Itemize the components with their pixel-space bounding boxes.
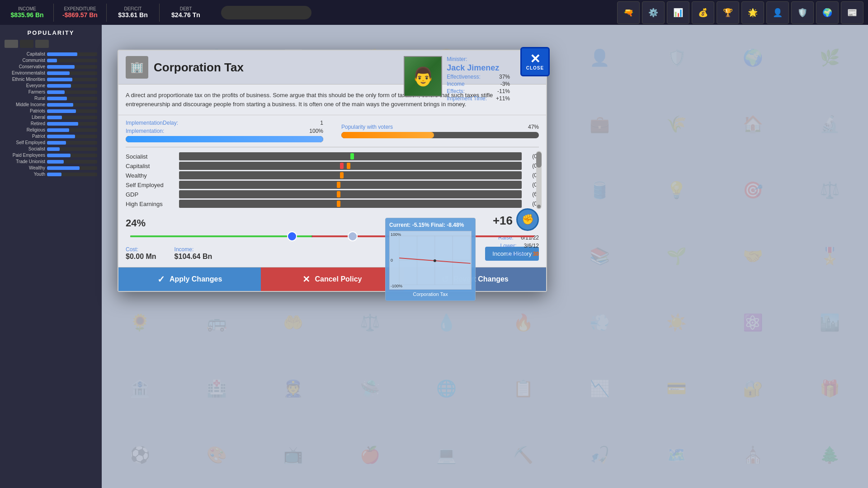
popularity-bar-row: Ethnic Minorities [5, 77, 97, 82]
pop-label: Paid Employees [5, 153, 45, 158]
effectiveness-label: Effectiveness: [447, 74, 480, 80]
popularity-bar-row: Retired [5, 121, 97, 126]
bg-icon-growth: 📉 [561, 356, 638, 422]
game-timer[interactable] [221, 6, 311, 19]
minister-section: 👨 Minister: Jack Jimenez Effectiveness: … [404, 56, 510, 102]
policy-icon-btn[interactable]: 🔫 [617, 1, 640, 24]
chart-popup-name: Corporation Tax [389, 291, 472, 297]
expenditure-label: EXPENDITURE [64, 6, 96, 11]
news-icon-btn[interactable]: 📰 [841, 1, 863, 24]
apply-changes-button[interactable]: ✓ Apply Changes [118, 267, 261, 291]
bg-icon-oil: 🛢️ [561, 157, 638, 223]
ministers-icon-btn[interactable]: 🌟 [741, 1, 764, 24]
effects-label: Effects: [447, 88, 465, 94]
close-button[interactable]: ✕ CLOSE [520, 47, 550, 76]
debt-stat: DEBT $24.76 Tn [163, 6, 208, 19]
finance-icon-btn[interactable]: 💰 [692, 1, 714, 24]
bg-icon-vote2: 📋 [485, 356, 562, 422]
voter-bar-gdp [179, 190, 522, 198]
bg-icon-fire: 🔥 [485, 290, 562, 356]
bg-icon-debt: 💳 [638, 356, 715, 422]
cost-value: $0.00 Mn [126, 253, 156, 261]
security-icon-btn[interactable]: 🛡️ [791, 1, 814, 24]
cancel-x-icon: ✕ [302, 274, 310, 285]
pop-bar-bg [47, 52, 97, 56]
chart-label-neg100: -100% [391, 284, 402, 288]
pop-label: Capitalist [5, 52, 45, 56]
pop-label: Patriots [5, 108, 45, 113]
slider-thumb-secondary[interactable] [348, 231, 358, 241]
pop-bar-fill [47, 103, 73, 107]
effects-row: Effects: -11% [447, 88, 510, 94]
stats-icon-btn[interactable]: 📊 [667, 1, 689, 24]
popularity-row: Popularity with voters 47% [341, 124, 539, 130]
impl-delay-label: ImplementationDelay: [126, 120, 178, 126]
voter-row-wealthy: Wealthy (0) [126, 171, 539, 179]
popularity-bar-row: Self Employed [5, 140, 97, 145]
popularity-bar-row: Conservative [5, 64, 97, 69]
effectiveness-row: Effectiveness: 37% [447, 74, 510, 80]
voter-row-gdp: GDP (6) [126, 190, 539, 198]
bg-icon-solar: ☀️ [638, 290, 715, 356]
popularity-bar [341, 132, 539, 138]
popularity-label: Popularity with voters [341, 124, 393, 130]
pop-label: Self Employed [5, 140, 45, 145]
apply-checkmark-icon: ✓ [157, 274, 165, 285]
bg-icon-brief: 💼 [561, 91, 638, 157]
pop-bar-bg [47, 147, 97, 151]
pop-label: Wealthy [5, 165, 45, 170]
popularity-bar-row: Religious [5, 127, 97, 132]
popularity-bar-row: Environmentalist [5, 70, 97, 75]
effectiveness-value: 37% [499, 74, 510, 80]
voter-indicator-capitalist-red [340, 163, 344, 169]
sidebar-toggle-2[interactable] [20, 40, 33, 48]
pop-bar-fill [47, 71, 70, 75]
cancel-label: Cancel Policy [315, 275, 362, 283]
bg-icon-internet: 🌐 [408, 356, 485, 422]
deficit-stat: DEFICIT $33.61 Bn [110, 6, 156, 19]
impl-label: Implementation: [126, 128, 164, 134]
income-effect-value: -3% [500, 81, 510, 87]
sidebar-toggle-1[interactable] [5, 40, 18, 48]
pop-bar-bg [47, 173, 97, 176]
voter-row-socialist: Socialist (0) [126, 152, 539, 160]
bg-icon-target: 🎯 [715, 157, 792, 223]
cancel-policy-button[interactable]: ✕ Cancel Policy [261, 267, 403, 291]
pop-bar-fill [47, 122, 78, 126]
popularity-bar-row: Capitalist [5, 52, 97, 56]
pop-bar-fill [47, 141, 66, 145]
bg-icon-nuclear: ⚛️ [715, 290, 792, 356]
pop-bar-bg [47, 59, 97, 62]
population-icon-btn[interactable]: ⚙️ [642, 1, 665, 24]
implement-time-row: Implement Time: +11% [447, 95, 510, 102]
achievements-icon-btn[interactable]: 🏆 [717, 1, 739, 24]
chart-dot [434, 259, 436, 262]
chart-label-100: 100% [391, 232, 401, 237]
voter-indicator-gdp [337, 191, 340, 197]
voter-row-self-employed: Self Employed (0) [126, 181, 539, 189]
bg-icon-space: 🛸 [332, 356, 409, 422]
voter-bar-wealthy [179, 171, 522, 179]
voter-effects-section: Socialist (0) Capitalist (0) Wealthy (0) [118, 147, 546, 213]
pop-bar-fill [47, 154, 71, 157]
pop-label: Liberal [5, 115, 45, 120]
map-icon-btn[interactable]: 🌍 [816, 1, 839, 24]
voters-icon-btn[interactable]: 👤 [766, 1, 789, 24]
pop-label: Environmentalist [5, 70, 45, 75]
voter-scrollbar-thumb[interactable] [536, 152, 542, 168]
pop-bar-bg [47, 90, 97, 94]
popularity-bar-row: Middle Income [5, 102, 97, 107]
sidebar-toggle-3[interactable] [35, 40, 49, 48]
bg-icon-house: 🏠 [715, 91, 792, 157]
bg-icon-wind: 💨 [561, 290, 638, 356]
voter-scrollbar[interactable] [536, 151, 542, 209]
bg-icon-media: 📺 [255, 422, 332, 488]
pop-bar-fill [47, 147, 60, 151]
income-value: $835.96 Bn [10, 11, 43, 19]
popularity-bar-fill [341, 132, 434, 138]
bg-icon-bank: 🏦 [102, 356, 179, 422]
impl-bar [126, 136, 323, 142]
slider-percent: 24% [126, 217, 539, 229]
slider-thumb-main[interactable] [287, 231, 297, 241]
scrollbar-bottom-btn[interactable] [537, 205, 541, 208]
